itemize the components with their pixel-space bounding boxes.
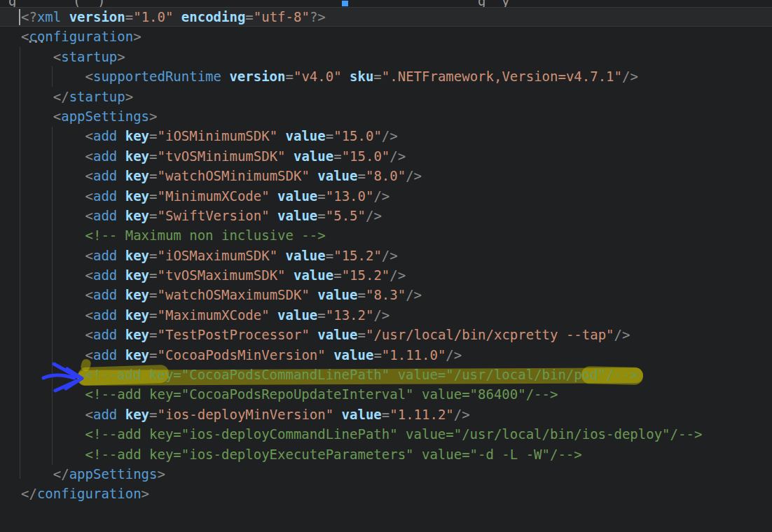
token-tag: add xyxy=(93,307,125,323)
token-attr: version xyxy=(69,9,125,24)
code-line[interactable]: <add key="iOSMinimumSDK" value="15.0"/> xyxy=(0,126,772,146)
token-attr: value xyxy=(286,128,326,144)
token-punct xyxy=(21,447,85,462)
code-line-highlighted[interactable]: <!--add key="CocoaPodsCommandLinePath" v… xyxy=(0,365,772,384)
token-punct: </ xyxy=(21,466,69,482)
code-line[interactable]: <startup> xyxy=(0,47,772,66)
token-punct: = xyxy=(317,188,325,204)
code-line[interactable]: <add key="TestPostProcessor" value="/usr… xyxy=(0,325,772,344)
token-str: "watchOSMinimumSDK" xyxy=(158,168,318,183)
token-punct: ?> xyxy=(310,9,326,24)
token-punct: > xyxy=(149,108,157,124)
token-tag: add xyxy=(93,267,125,283)
token-attr: version xyxy=(229,69,285,84)
token-punct: = xyxy=(326,248,333,263)
code-line[interactable]: <add key="SwiftVersion" value="5.5"/> xyxy=(0,206,772,225)
token-attr: key xyxy=(125,267,149,283)
clipped-glyph: g xyxy=(478,0,485,7)
token-punct: > xyxy=(125,89,133,104)
token-punct: = xyxy=(149,267,157,283)
token-punct: /> xyxy=(446,347,462,363)
token-tag: add xyxy=(93,168,125,183)
token-str: "CocoaPodsMinVersion" xyxy=(158,347,334,363)
code-line[interactable]: <?xml version="1.0" encoding="utf-8"?> xyxy=(0,7,772,27)
token-str: "tvOSMaximumSDK" xyxy=(158,267,294,283)
code-line[interactable]: </startup> xyxy=(0,87,772,106)
code-line[interactable]: <configuration> xyxy=(0,27,772,46)
token-punct: = xyxy=(373,69,381,84)
token-attr: value xyxy=(342,407,382,422)
token-punct: = xyxy=(245,9,253,24)
token-punct: = xyxy=(149,307,157,323)
token-punct: < xyxy=(21,267,93,283)
code-line[interactable]: <!--add key="ios-deployExecuteParameters… xyxy=(0,444,772,464)
token-attr: key xyxy=(125,287,149,302)
code-line[interactable]: <add key="watchOSMaximumSDK" value="8.3"… xyxy=(0,285,772,304)
code-line[interactable]: <add key="MinimumXCode" value="13.0"/> xyxy=(0,186,772,206)
code-line[interactable]: <supportedRuntime version="v4.0" sku=".N… xyxy=(0,66,772,86)
token-tag: add xyxy=(93,188,125,204)
token-punct: < xyxy=(21,108,61,124)
token-punct: = xyxy=(357,168,365,183)
token-str: "iOSMinimumSDK" xyxy=(158,128,286,144)
code-line[interactable]: <add key="tvOSMaximumSDK" value="15.2"/> xyxy=(0,265,772,285)
token-punct: = xyxy=(149,148,157,164)
code-line[interactable]: <add key="MaximumXCode" value="13.2"/> xyxy=(0,305,772,325)
token-punct: = xyxy=(149,347,157,363)
ellipsis-indicator[interactable]: ... xyxy=(27,35,44,42)
token-punct: = xyxy=(333,267,341,283)
token-str: "MaximumXCode" xyxy=(158,307,278,323)
code-line[interactable]: <!--add key="CocoaPodsRepoUpdateInterval… xyxy=(0,384,772,404)
code-line[interactable]: </configuration> xyxy=(0,484,772,503)
token-punct: < xyxy=(21,69,93,84)
token-attr: value xyxy=(317,327,357,342)
token-punct: < xyxy=(21,287,93,302)
token-tag: appSettings xyxy=(61,108,149,124)
code-editor: g ( ) g y <?xml version="1.0" encoding="… xyxy=(0,0,772,532)
code-line[interactable]: <add key="ios-deployMinVersion" value="1… xyxy=(0,405,772,424)
code-line[interactable]: <add key="watchOSMinimumSDK" value="8.0"… xyxy=(0,166,772,186)
token-str: "15.2" xyxy=(342,267,390,283)
token-tag: add xyxy=(93,327,125,342)
token-punct: </ xyxy=(21,486,37,501)
code-line[interactable]: </appSettings> xyxy=(0,464,772,484)
token-str: "1.11.2" xyxy=(390,407,454,422)
token-str: "/usr/local/bin/xcpretty --tap" xyxy=(366,327,614,342)
annotation-arrow-icon xyxy=(39,359,91,394)
token-punct: = xyxy=(149,188,157,204)
token-attr: value xyxy=(277,307,317,323)
token-punct: = xyxy=(317,307,325,323)
token-punct: = xyxy=(149,128,157,144)
code-line[interactable]: <!-- Maximum non inclusive --> xyxy=(0,225,772,245)
token-attr: key xyxy=(125,248,149,263)
token-str: "8.3" xyxy=(366,287,406,302)
code-line[interactable]: <add key="CocoaPodsMinVersion" value="1.… xyxy=(0,345,772,365)
token-str: "TestPostProcessor" xyxy=(158,327,318,342)
token-punct: < xyxy=(21,188,93,204)
token-punct: = xyxy=(149,248,157,263)
token-punct: = xyxy=(286,69,294,84)
token-punct: = xyxy=(326,128,333,144)
code-line[interactable]: <add key="tvOSMinimumSDK" value="15.0"/> xyxy=(0,146,772,166)
code-line[interactable]: <add key="iOSMaximumSDK" value="15.2"/> xyxy=(0,246,772,265)
clipped-glyph: ) xyxy=(97,0,105,7)
token-punct: /> xyxy=(373,307,390,323)
token-punct: > xyxy=(142,486,149,501)
token-str: "ios-deployMinVersion" xyxy=(158,407,342,422)
clipped-glyph: y xyxy=(502,0,509,7)
token-attr: key xyxy=(125,128,149,144)
clipped-glyph: ( xyxy=(73,0,81,7)
token-tag: add xyxy=(93,208,125,223)
token-punct: /> xyxy=(406,287,422,302)
token-attr: value xyxy=(317,287,357,302)
token-comment: <!--add key="ios-deployCommandLinePath" … xyxy=(85,426,703,442)
code-line[interactable]: <appSettings> xyxy=(0,106,772,126)
token-punct: < xyxy=(21,49,61,64)
token-punct: /> xyxy=(406,168,422,183)
token-attr: sku xyxy=(350,69,373,84)
clipped-line-above: g ( ) g y xyxy=(0,0,772,7)
token-str: "utf-8" xyxy=(254,9,310,24)
token-str: "SwiftVersion" xyxy=(158,208,278,223)
token-punct: = xyxy=(149,168,157,183)
code-line[interactable]: <!--add key="ios-deployCommandLinePath" … xyxy=(0,424,772,444)
